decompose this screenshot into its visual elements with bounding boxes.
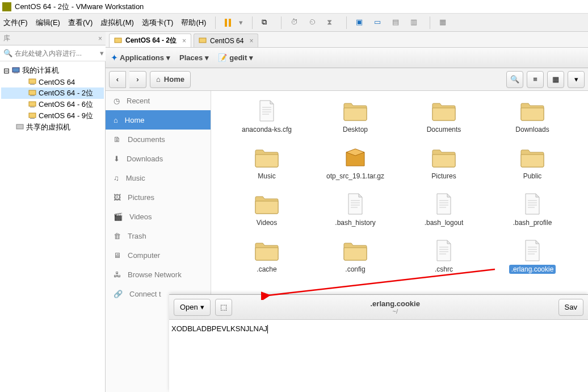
file-item[interactable]: .cshrc (400, 239, 488, 285)
menu-help[interactable]: 帮助(H) (181, 18, 206, 28)
place-pictures[interactable]: 🖼Pictures (106, 187, 211, 207)
tree-vm-item[interactable]: CentOS 64 - 2位 (1, 87, 104, 99)
file-item[interactable]: otp_src_19.1.tar.gz (311, 145, 400, 192)
activities-icon: ✦ (111, 53, 117, 62)
trash-icon: 🗑 (114, 232, 121, 240)
tree-vm-label: CentOS 64 (39, 78, 75, 86)
snapshot-icon[interactable]: ⏱ (291, 18, 301, 28)
file-item[interactable]: Pictures (400, 145, 488, 192)
folder-icon (342, 239, 369, 262)
place-browse-network[interactable]: 🖧Browse Network (106, 265, 211, 284)
file-item[interactable]: .bash_logout (400, 192, 488, 239)
dropdown-icon: ▾ (249, 53, 253, 62)
play-dropdown-icon[interactable]: ▾ (239, 18, 243, 27)
file-item[interactable]: Public (488, 145, 577, 192)
file-item[interactable]: Music (222, 145, 311, 192)
tree-shared[interactable]: 共享的虚拟机 (1, 122, 104, 133)
gedit-save-button[interactable]: Sav (558, 299, 583, 316)
place-documents[interactable]: 🗎Documents (106, 130, 211, 149)
file-item[interactable]: Videos (222, 192, 311, 239)
file-item[interactable]: .bash_profile (488, 192, 577, 239)
grid-icon: ▦ (552, 75, 559, 84)
nav-home-button[interactable]: ⌂ Home (150, 71, 191, 88)
gnome-apps-menu[interactable]: ✦ Applications ▾ (111, 53, 170, 62)
place-recent[interactable]: ◷Recent (106, 91, 211, 110)
place-home[interactable]: ⌂Home (106, 110, 211, 130)
nav-back-button[interactable]: ‹ (109, 71, 126, 88)
place-downloads[interactable]: ⬇Downloads (106, 149, 211, 168)
view-menu-button[interactable]: ▾ (568, 71, 585, 88)
view-icon-2[interactable]: ▥ (410, 18, 421, 28)
pause-icon[interactable] (225, 19, 231, 27)
svg-rect-8 (29, 113, 36, 118)
file-icon (253, 99, 280, 123)
search-input[interactable] (15, 49, 100, 57)
fullscreen-icon[interactable]: ▣ (356, 18, 366, 28)
menu-file[interactable]: 文件(F) (3, 18, 28, 28)
place-computer[interactable]: 🖥Computer (106, 245, 211, 265)
search-button[interactable]: 🔍 (506, 71, 523, 88)
snapshot-manage-icon[interactable]: ⏲ (309, 18, 319, 28)
svg-rect-6 (29, 102, 36, 106)
file-item[interactable]: Desktop (311, 99, 400, 145)
library-close-icon[interactable]: × (98, 35, 102, 43)
place-label: Recent (127, 97, 150, 105)
place-trash[interactable]: 🗑Trash (106, 226, 211, 245)
gedit-content: XODBLADBPEVLKSNJLNAJ (171, 324, 267, 333)
tree-root-label: 我的计算机 (22, 65, 59, 76)
gnome-gedit-menu[interactable]: 📝 gedit ▾ (218, 53, 253, 62)
folder-icon (430, 145, 457, 169)
unity-icon[interactable]: ▭ (374, 18, 384, 28)
place-videos[interactable]: 🎬Videos (106, 207, 211, 226)
clock-icon: ◷ (114, 97, 120, 105)
menu-edit[interactable]: 编辑(E) (36, 18, 60, 28)
gedit-new-tab-button[interactable]: ⬚ (215, 299, 232, 316)
gedit-open-label: Open (180, 303, 198, 311)
file-item[interactable]: .config (311, 239, 400, 285)
search-dropdown-icon[interactable]: ▾ (100, 49, 104, 57)
menu-tabs[interactable]: 选项卡(T) (142, 18, 174, 28)
vm-tab[interactable]: CentOS 64 - 2位× (109, 34, 191, 47)
tree-root[interactable]: ⊟ 我的计算机 (1, 65, 104, 76)
tree-vm-item[interactable]: CentOS 64 - 6位 (1, 99, 104, 110)
tree-vm-label: CentOS 64 - 9位 (39, 111, 93, 121)
file-label: .cshrc (432, 265, 455, 274)
tab-close-icon[interactable]: × (249, 37, 253, 45)
folder-icon (253, 239, 280, 262)
tree-vm-item[interactable]: CentOS 64 (1, 76, 104, 87)
vm-icon (28, 101, 36, 108)
file-item[interactable]: .bash_history (311, 192, 400, 239)
file-item[interactable]: Downloads (488, 99, 577, 145)
file-item[interactable]: Documents (400, 99, 488, 145)
view-list-button[interactable]: ≡ (527, 71, 544, 88)
file-label: Videos (254, 218, 279, 227)
tree-collapse-icon[interactable]: ⊟ (3, 66, 10, 75)
file-item[interactable]: .cache (222, 239, 311, 285)
file-label: .cache (254, 265, 279, 274)
tab-close-icon[interactable]: × (182, 37, 186, 45)
menu-vm[interactable]: 虚拟机(M) (100, 18, 134, 28)
tree-shared-label: 共享的虚拟机 (26, 122, 70, 132)
file-label: anaconda-ks.cfg (240, 125, 294, 134)
vm-tab[interactable]: CentOS 64× (194, 34, 258, 47)
nav-forward-button[interactable]: › (129, 71, 146, 88)
gnome-places-menu[interactable]: Places ▾ (179, 53, 209, 62)
tree-vm-item[interactable]: CentOS 64 - 9位 (1, 110, 104, 122)
toolbar-icon-1[interactable]: ⧉ (262, 18, 272, 28)
file-item[interactable]: .erlang.cookie (488, 239, 577, 285)
search-icon: 🔍 (510, 75, 519, 84)
gedit-editor[interactable]: XODBLADBPEVLKSNJLNAJ (169, 320, 588, 338)
gedit-open-button[interactable]: Open ▾ (174, 299, 211, 316)
computer-icon (12, 67, 20, 74)
menu-view[interactable]: 查看(V) (68, 18, 93, 28)
vm-icon (28, 78, 36, 85)
vmware-icon (2, 2, 11, 11)
view-icon-1[interactable]: ▤ (392, 18, 402, 28)
tree-vm-label: CentOS 64 - 6位 (39, 99, 93, 110)
file-item[interactable]: anaconda-ks.cfg (222, 99, 311, 145)
place-music[interactable]: ♫Music (106, 168, 211, 187)
snapshot-tree-icon[interactable]: ⧗ (327, 18, 337, 28)
view-icon-3[interactable]: ▦ (439, 18, 450, 28)
vm-icon (199, 37, 207, 44)
view-grid-button[interactable]: ▦ (547, 71, 564, 88)
